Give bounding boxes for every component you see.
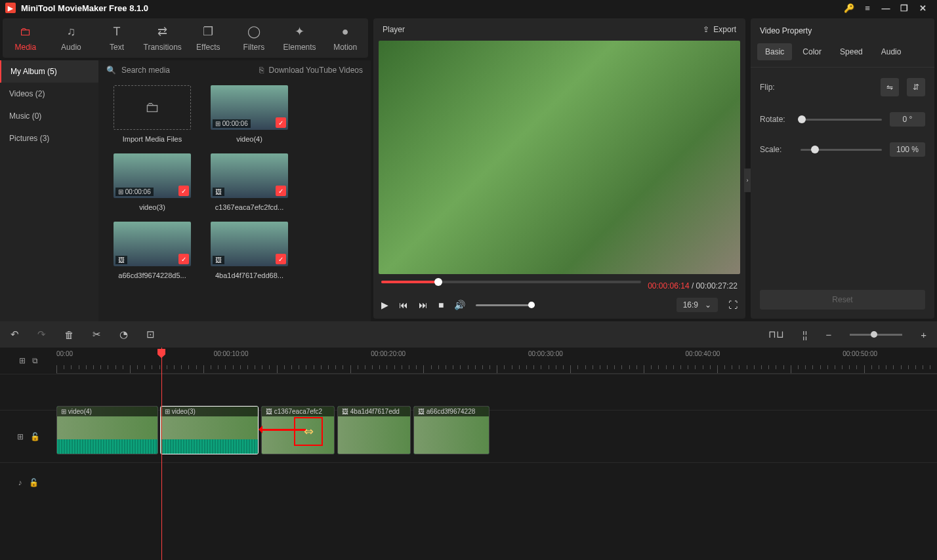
export-button[interactable]: ⇪ Export: [703, 25, 736, 34]
fullscreen-button[interactable]: ⛶: [728, 300, 738, 310]
prev-frame-button[interactable]: ⏮: [399, 300, 408, 310]
ruler-label: 00:00:20:00: [371, 350, 406, 357]
ruler-label: 00:00: [56, 350, 73, 357]
media-thumb[interactable]: 🖼 ✓: [211, 222, 288, 266]
scale-slider[interactable]: [801, 149, 882, 151]
collapse-panel-button[interactable]: ›: [744, 169, 751, 192]
volume-icon[interactable]: 🔊: [454, 300, 465, 310]
rotate-slider[interactable]: [801, 119, 882, 121]
zoom-slider[interactable]: [850, 334, 902, 336]
markers-button[interactable]: ¦¦: [802, 329, 808, 340]
ruler-label: 00:00:50:00: [843, 350, 877, 357]
clip-label: 🖼 c1367eaca7efc2: [262, 407, 334, 416]
timeline-clip[interactable]: 🖼 a66cd3f9674228: [413, 406, 489, 454]
play-button[interactable]: ▶: [381, 300, 388, 310]
media-item[interactable]: ⊞ 00:00:06✓video(4): [203, 85, 295, 143]
clip-label: ⊞ video(4): [57, 407, 157, 416]
sidebar-item-myalbum[interactable]: My Album (5): [0, 60, 98, 83]
media-thumb[interactable]: ⊞ 00:00:06✓: [114, 153, 191, 198]
media-thumb[interactable]: ⊞ 00:00:06✓: [211, 85, 288, 130]
seek-bar[interactable]: [381, 281, 641, 283]
media-badge: ⊞ 00:00:06: [115, 188, 154, 196]
media-label: video(3): [139, 203, 165, 211]
tab-media[interactable]: 🗀Media: [3, 18, 49, 58]
volume-slider[interactable]: [476, 304, 535, 306]
prop-tab-audio[interactable]: Audio: [873, 43, 909, 60]
timeline-clip[interactable]: 🖼 4ba1d4f7617edd: [337, 406, 411, 454]
close-button[interactable]: ✕: [913, 3, 932, 13]
scale-value[interactable]: 100 %: [890, 142, 925, 157]
delete-button[interactable]: 🗑: [64, 329, 74, 340]
transitions-icon: ⇄: [157, 24, 167, 39]
minimize-button[interactable]: ―: [877, 3, 895, 13]
zoom-out-button[interactable]: −: [825, 329, 831, 340]
sidebar-item-music[interactable]: Music (0): [0, 105, 98, 127]
tab-filters[interactable]: ◯Filters: [231, 18, 277, 58]
flip-horizontal-button[interactable]: ⇋: [881, 78, 899, 96]
tab-audio[interactable]: ♫Audio: [49, 18, 94, 58]
search-input[interactable]: Search media: [121, 66, 254, 75]
tab-text[interactable]: TText: [94, 18, 140, 58]
split-button[interactable]: ✂: [93, 329, 101, 340]
media-thumb[interactable]: 🖼 ✓: [211, 153, 288, 198]
zoom-in-button[interactable]: +: [921, 329, 927, 340]
ruler-label: 00:00:10:00: [214, 350, 249, 357]
speed-button[interactable]: ◔: [119, 329, 128, 340]
undo-button[interactable]: ↶: [10, 329, 19, 340]
tab-elements[interactable]: ✦Elements: [277, 18, 323, 58]
redo-button[interactable]: ↷: [37, 329, 46, 340]
download-youtube-link[interactable]: Download YouTube Videos: [269, 66, 363, 75]
chevron-down-icon: ⌄: [705, 300, 711, 310]
motion-icon: ●: [342, 25, 349, 39]
maximize-button[interactable]: ❐: [895, 3, 913, 13]
check-icon: ✓: [178, 186, 189, 196]
media-item[interactable]: 🖼 ✓c1367eaca7efc2fcd...: [203, 153, 295, 211]
prop-tab-basic[interactable]: Basic: [757, 43, 792, 60]
prop-tab-color[interactable]: Color: [795, 43, 829, 60]
lock-track-button[interactable]: 🔓: [30, 432, 40, 441]
media-item[interactable]: 🗀Import Media Files: [106, 85, 198, 143]
timeline-clip[interactable]: ⊞ video(3): [160, 406, 259, 454]
video-track-icon: ⊞: [17, 432, 24, 441]
timeline-clip[interactable]: ⊞ video(4): [56, 406, 158, 454]
next-frame-button[interactable]: ⏭: [419, 300, 428, 310]
crop-button[interactable]: ⊡: [146, 329, 155, 340]
add-track-button[interactable]: ⊞: [19, 356, 26, 365]
playhead[interactable]: [161, 348, 162, 560]
reset-button[interactable]: Reset: [760, 290, 925, 310]
aspect-ratio-select[interactable]: 16:9 ⌄: [677, 298, 718, 312]
elements-icon: ✦: [295, 24, 304, 39]
flip-vertical-button[interactable]: ⇵: [907, 78, 925, 96]
media-item[interactable]: ⊞ 00:00:06✓video(3): [106, 153, 198, 211]
rotate-label: Rotate:: [760, 115, 793, 124]
prop-tab-speed[interactable]: Speed: [832, 43, 871, 60]
media-badge: ⊞ 00:00:06: [213, 119, 251, 128]
tab-transitions[interactable]: ⇄Transitions: [140, 18, 186, 58]
timeline-ruler[interactable]: 00:0000:00:10:0000:00:20:0000:00:30:0000…: [56, 348, 937, 374]
tab-motion[interactable]: ●Motion: [322, 18, 368, 58]
menu-icon[interactable]: ≡: [858, 3, 877, 13]
magnet-button[interactable]: ⊓⊔: [768, 329, 784, 340]
flip-label: Flip:: [760, 83, 793, 92]
export-icon: ⇪: [703, 25, 709, 34]
effects-icon: ❐: [203, 24, 213, 39]
tab-effects[interactable]: ❐Effects: [186, 18, 232, 58]
rotate-value[interactable]: 0 °: [890, 112, 925, 127]
import-button[interactable]: 🗀: [114, 85, 191, 130]
app-title: MiniTool MovieMaker Free 8.1.0: [21, 3, 148, 13]
stop-button[interactable]: ■: [438, 300, 444, 310]
lock-audio-button[interactable]: 🔓: [29, 478, 39, 487]
download-icon: ⎘: [259, 66, 264, 75]
media-item[interactable]: 🖼 ✓4ba1d4f7617edd68...: [203, 222, 295, 279]
media-item[interactable]: 🖼 ✓a66cd3f9674228d5...: [106, 222, 198, 279]
app-logo: ▶: [5, 3, 16, 13]
player-preview[interactable]: [379, 41, 740, 274]
track-manager-button[interactable]: ⧉: [32, 356, 38, 365]
key-icon[interactable]: 🔑: [840, 3, 858, 13]
sidebar-item-pictures[interactable]: Pictures (3): [0, 127, 98, 150]
media-sidebar: My Album (5) Videos (2) Music (0) Pictur…: [0, 60, 98, 321]
media-label: Import Media Files: [123, 135, 182, 143]
media-thumb[interactable]: 🖼 ✓: [114, 222, 191, 266]
sidebar-item-videos[interactable]: Videos (2): [0, 83, 98, 105]
scale-label: Scale:: [760, 145, 793, 154]
